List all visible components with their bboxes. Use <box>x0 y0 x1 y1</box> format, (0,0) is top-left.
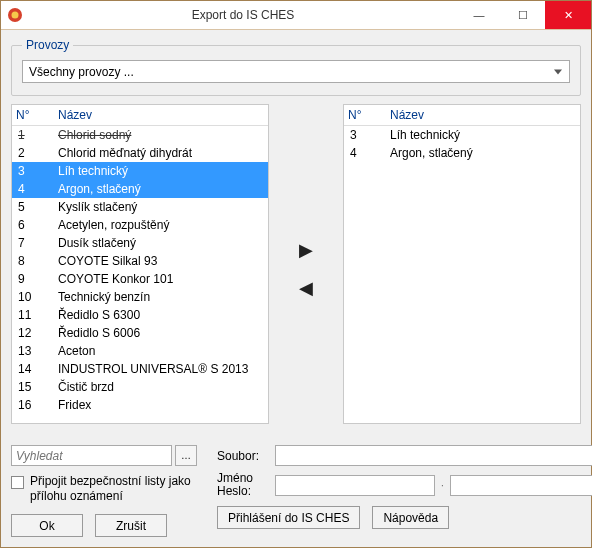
right-header-num[interactable]: N° <box>344 105 386 126</box>
row-name: INDUSTROL UNIVERSAL® S 2013 <box>54 360 268 378</box>
search-input[interactable] <box>11 445 172 466</box>
svg-point-1 <box>12 12 19 19</box>
table-row[interactable]: 7Dusík stlačený <box>12 234 268 252</box>
row-num: 5 <box>12 198 54 216</box>
table-row[interactable]: 15Čistič brzd <box>12 378 268 396</box>
row-num: 10 <box>12 288 54 306</box>
row-num: 6 <box>12 216 54 234</box>
table-row[interactable]: 10Technický benzín <box>12 288 268 306</box>
table-row[interactable]: 8COYOTE Silkal 93 <box>12 252 268 270</box>
cancel-button[interactable]: Zrušit <box>95 514 167 537</box>
row-name: Kyslík stlačený <box>54 198 268 216</box>
search-browse-button[interactable]: … <box>175 445 197 466</box>
right-header-name[interactable]: Název <box>386 105 580 126</box>
password-input[interactable] <box>450 475 592 496</box>
row-name: COYOTE Konkor 101 <box>54 270 268 288</box>
move-right-button[interactable]: ▶ <box>299 239 313 261</box>
table-row[interactable]: 13Aceton <box>12 342 268 360</box>
row-num: 15 <box>12 378 54 396</box>
row-num: 4 <box>12 180 54 198</box>
row-name: Ředidlo S 6300 <box>54 306 268 324</box>
table-row[interactable]: 16Fridex <box>12 396 268 414</box>
source-list[interactable]: N° Název 1Chlorid sodný2Chlorid měďnatý … <box>11 104 269 424</box>
row-name: Čistič brzd <box>54 378 268 396</box>
row-name: Chlorid sodný <box>54 126 268 145</box>
row-num: 13 <box>12 342 54 360</box>
minimize-button[interactable]: — <box>457 1 501 29</box>
row-name: Fridex <box>54 396 268 414</box>
row-num: 9 <box>12 270 54 288</box>
attach-sds-label: Připojit bezpečnostní listy jako přílohu… <box>30 474 197 504</box>
row-num: 7 <box>12 234 54 252</box>
table-row[interactable]: 4Argon, stlačený <box>344 144 580 162</box>
row-name: Ředidlo S 6006 <box>54 324 268 342</box>
row-num: 4 <box>344 144 386 162</box>
row-name: Líh technický <box>54 162 268 180</box>
row-name: Argon, stlačený <box>54 180 268 198</box>
table-row[interactable]: 11Ředidlo S 6300 <box>12 306 268 324</box>
row-num: 12 <box>12 324 54 342</box>
row-num: 14 <box>12 360 54 378</box>
table-row[interactable]: 4Argon, stlačený <box>12 180 268 198</box>
row-num: 3 <box>12 162 54 180</box>
row-name: COYOTE Silkal 93 <box>54 252 268 270</box>
maximize-button[interactable]: ☐ <box>501 1 545 29</box>
table-row[interactable]: 5Kyslík stlačený <box>12 198 268 216</box>
row-num: 3 <box>344 126 386 145</box>
table-row[interactable]: 3Líh technický <box>344 126 580 145</box>
row-name: Argon, stlačený <box>386 144 580 162</box>
close-button[interactable]: ✕ <box>545 1 591 29</box>
target-list[interactable]: N° Název 3Líh technický4Argon, stlačený <box>343 104 581 424</box>
provozy-select[interactable]: Všechny provozy ... <box>22 60 570 83</box>
row-name: Acetylen, rozpuštěný <box>54 216 268 234</box>
table-row[interactable]: 14INDUSTROL UNIVERSAL® S 2013 <box>12 360 268 378</box>
left-header-name[interactable]: Název <box>54 105 268 126</box>
titlebar: Export do IS CHES — ☐ ✕ <box>1 1 591 30</box>
table-row[interactable]: 2Chlorid měďnatý dihydrát <box>12 144 268 162</box>
provozy-legend: Provozy <box>22 38 73 52</box>
provozy-group: Provozy Všechny provozy ... <box>11 38 581 96</box>
help-button[interactable]: Nápověda <box>372 506 449 529</box>
ok-button[interactable]: Ok <box>11 514 83 537</box>
login-button[interactable]: Přihlášení do IS CHES <box>217 506 360 529</box>
row-num: 2 <box>12 144 54 162</box>
move-left-button[interactable]: ◀ <box>299 277 313 299</box>
username-input[interactable] <box>275 475 435 496</box>
credentials-separator: · <box>439 480 446 491</box>
row-name: Aceton <box>54 342 268 360</box>
app-icon <box>7 7 23 23</box>
row-name: Líh technický <box>386 126 580 145</box>
file-input[interactable] <box>275 445 592 466</box>
table-row[interactable]: 3Líh technický <box>12 162 268 180</box>
left-header-num[interactable]: N° <box>12 105 54 126</box>
row-name: Technický benzín <box>54 288 268 306</box>
row-name: Chlorid měďnatý dihydrát <box>54 144 268 162</box>
table-row[interactable]: 9COYOTE Konkor 101 <box>12 270 268 288</box>
attach-sds-checkbox[interactable] <box>11 476 24 489</box>
provozy-selected: Všechny provozy ... <box>29 65 134 79</box>
credentials-label: Jméno Heslo: <box>217 472 267 498</box>
table-row[interactable]: 12Ředidlo S 6006 <box>12 324 268 342</box>
row-num: 16 <box>12 396 54 414</box>
table-row[interactable]: 6Acetylen, rozpuštěný <box>12 216 268 234</box>
table-row[interactable]: 1Chlorid sodný <box>12 126 268 145</box>
file-label: Soubor: <box>217 449 267 463</box>
row-num: 11 <box>12 306 54 324</box>
row-num: 1 <box>12 126 54 145</box>
row-name: Dusík stlačený <box>54 234 268 252</box>
row-num: 8 <box>12 252 54 270</box>
window-title: Export do IS CHES <box>29 8 457 22</box>
